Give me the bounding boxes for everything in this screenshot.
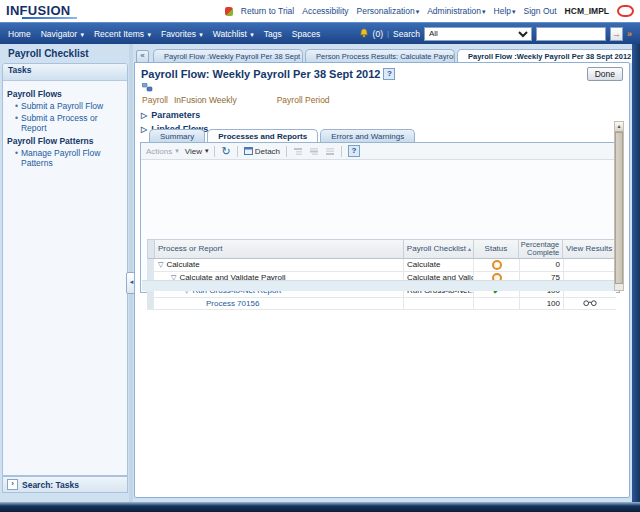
nav-favorites[interactable]: Favorites ▾ xyxy=(161,29,203,39)
utility-bar: INFUSION Return to Trial Accessibility P… xyxy=(0,0,640,22)
help-menu[interactable]: Help▾ xyxy=(494,6,516,16)
nav-tags[interactable]: Tags xyxy=(264,29,282,39)
process-name-cell: Process 70156 xyxy=(154,298,404,309)
window-bottom-edge xyxy=(0,502,640,512)
administration-menu[interactable]: Administration▾ xyxy=(427,6,485,16)
page-region-title: Payroll Checklist xyxy=(8,48,89,59)
column-header-view-results[interactable]: View Results xyxy=(563,240,615,258)
logged-in-user: HCM_IMPL xyxy=(565,6,609,16)
search-tasks-expander[interactable]: › Search: Tasks xyxy=(2,476,128,493)
tab-person-process-results[interactable]: Person Process Results: Calculate Payrol… xyxy=(305,49,455,63)
refresh-icon[interactable]: ↻ xyxy=(221,146,230,156)
sidebar-item-submit-payroll-flow[interactable]: •Submit a Payroll Flow xyxy=(15,101,123,111)
table-row[interactable]: Process 70156 100 xyxy=(147,298,616,310)
nav-navigator[interactable]: Navigator ▾ xyxy=(41,29,84,39)
expand-icon: › xyxy=(7,479,18,490)
column-header-process-or-report[interactable]: Process or Report xyxy=(155,240,404,258)
help-icon[interactable]: ? xyxy=(348,145,360,157)
divider: | xyxy=(387,29,389,38)
show-as-top-icon[interactable] xyxy=(325,147,335,156)
actions-menu-button[interactable]: Actions▾ xyxy=(146,147,179,156)
search-input[interactable] xyxy=(536,27,606,41)
divider xyxy=(341,146,342,157)
flow-context-labels: Payroll InFusion Weekly Payroll Period xyxy=(135,92,629,107)
bullet-icon: • xyxy=(15,113,18,133)
checklist-cell: Calculate xyxy=(404,259,474,271)
search-scope-select[interactable]: All xyxy=(424,27,532,41)
table-header-row: Process or Report Payroll Checklist▴ Sta… xyxy=(147,239,616,259)
sidebar-item-submit-process-or-report[interactable]: •Submit a Process or Report xyxy=(15,113,123,133)
done-button[interactable]: Done xyxy=(587,67,623,81)
processes-content-box: Actions▾ View▾ ↻ Detach ? xyxy=(140,142,620,293)
return-to-trial-link[interactable]: Return to Trial xyxy=(241,6,294,16)
tasks-panel-header[interactable]: Tasks xyxy=(3,64,127,81)
detach-window-icon xyxy=(244,147,253,155)
scroll-up-button[interactable]: ▴ xyxy=(615,122,623,132)
nav-home[interactable]: Home xyxy=(8,29,31,39)
help-icon[interactable]: ? xyxy=(383,68,395,80)
view-results-cell xyxy=(564,298,616,309)
subtab-summary[interactable]: Summary xyxy=(149,129,205,143)
scrollbar-thumb[interactable] xyxy=(615,132,623,284)
payroll-period-label: Payroll Period xyxy=(277,95,330,105)
subtab-errors-and-warnings[interactable]: Errors and Warnings xyxy=(320,129,415,143)
nav-spaces[interactable]: Spaces xyxy=(292,29,320,39)
tab-payroll-flow-1[interactable]: Payroll Flow :Weekly Payroll Per 38 Sept… xyxy=(153,49,303,63)
percentage-cell: 100 xyxy=(520,298,564,309)
column-header-status[interactable]: Status xyxy=(474,240,520,258)
table-row[interactable]: ▽Calculate Calculate 0 xyxy=(147,259,616,272)
bullet-icon: • xyxy=(15,148,18,168)
personalization-menu[interactable]: Personalization▾ xyxy=(357,6,420,16)
parameters-expander[interactable]: ▷ Parameters xyxy=(135,107,629,121)
expand-arrow-icon: ▷ xyxy=(141,111,147,120)
nav-menu: Home Navigator ▾ Recent Items ▾ Favorite… xyxy=(8,29,320,39)
document-tab-bar: « Payroll Flow :Weekly Payroll Per 38 Se… xyxy=(136,49,640,63)
view-results-glasses-icon[interactable] xyxy=(583,299,597,307)
window-right-edge xyxy=(632,44,640,512)
divider xyxy=(237,146,238,157)
expand-arrow-icon: ▷ xyxy=(141,125,147,134)
sidebar-item-manage-payroll-flow-patterns[interactable]: •Manage Payroll Flow Patterns xyxy=(15,148,123,168)
oracle-logo-icon xyxy=(617,5,634,17)
advanced-search-icon[interactable]: » xyxy=(627,29,632,39)
go-up-icon[interactable] xyxy=(309,147,319,156)
page-title: Payroll Flow: Weekly Payroll Per 38 Sept… xyxy=(141,68,395,80)
process-name-cell: ▽Calculate xyxy=(154,259,404,271)
detach-button[interactable]: Detach xyxy=(244,147,280,156)
task-group-title: Payroll Flow Patterns xyxy=(7,136,123,146)
view-menu-button[interactable]: View▾ xyxy=(185,147,209,156)
global-nav-bar: Home Navigator ▾ Recent Items ▾ Favorite… xyxy=(0,22,640,44)
content-box-footer xyxy=(142,280,619,291)
column-header-payroll-checklist[interactable]: Payroll Checklist▴ xyxy=(404,240,474,258)
table-toolbar: Actions▾ View▾ ↻ Detach ? xyxy=(141,143,619,160)
row-gutter xyxy=(147,259,154,271)
accessibility-link[interactable]: Accessibility xyxy=(302,6,348,16)
search-go-button[interactable]: → xyxy=(610,27,623,41)
tab-payroll-flow-active[interactable]: Payroll Flow :Weekly Payroll Per 38 Sept… xyxy=(457,49,640,63)
process-link[interactable]: Process 70156 xyxy=(206,299,259,308)
main-content-panel: Payroll Flow: Weekly Payroll Per 38 Sept… xyxy=(134,62,630,498)
nav-watchlist[interactable]: Watchlist ▾ xyxy=(213,29,254,39)
results-subtab-bar: Summary Processes and Reports Errors and… xyxy=(149,129,415,143)
processes-table: Process or Report Payroll Checklist▴ Sta… xyxy=(147,239,616,310)
column-header-percentage-complete[interactable]: Percentage Complete xyxy=(519,240,563,258)
flow-hierarchy-icon[interactable] xyxy=(142,83,153,92)
subtab-processes-and-reports[interactable]: Processes and Reports xyxy=(207,129,318,143)
task-group-title: Payroll Flows xyxy=(7,89,123,99)
checklist-cell xyxy=(404,298,474,309)
status-in-progress-icon xyxy=(492,260,502,270)
trial-icon xyxy=(225,7,233,16)
view-results-cell xyxy=(564,259,616,271)
vertical-scrollbar[interactable]: ▴ xyxy=(614,121,624,291)
sign-out-link[interactable]: Sign Out xyxy=(524,6,557,16)
watchlist-bell-icon[interactable] xyxy=(359,28,369,39)
chevron-down-icon: ▾ xyxy=(199,31,203,38)
status-cell xyxy=(474,259,520,271)
tree-collapse-icon[interactable]: ▽ xyxy=(158,261,163,268)
tasks-panel-body: Payroll Flows •Submit a Payroll Flow •Su… xyxy=(3,81,127,175)
divider xyxy=(214,146,215,157)
watchlist-count: (0) xyxy=(373,29,383,39)
chevron-down-icon: ▾ xyxy=(205,147,209,155)
go-to-top-icon[interactable] xyxy=(293,147,303,156)
nav-recent-items[interactable]: Recent Items ▾ xyxy=(94,29,151,39)
